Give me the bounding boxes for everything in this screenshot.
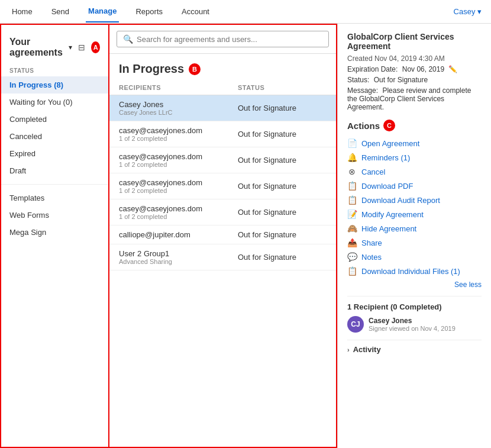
right-panel: GlobalCorp Client Services Agreement Cre…	[337, 24, 491, 448]
recipient-info: calliope@jupiter.dom	[119, 230, 238, 239]
table-row[interactable]: casey@caseyjones.dom 1 of 2 completed Ou…	[109, 121, 336, 147]
action-share-label: Share	[361, 238, 382, 247]
action-hide-agreement[interactable]: 🙈 Hide Agreement	[347, 221, 482, 236]
status-meta: Status: Out for Signature	[347, 76, 482, 84]
action-open-agreement[interactable]: 📄 Open Agreement	[347, 136, 482, 150]
recipient-name: calliope@jupiter.dom	[119, 230, 238, 239]
actions-header: Actions C	[347, 120, 482, 131]
in-progress-title: In Progress	[119, 62, 184, 76]
action-notes[interactable]: 💬 Notes	[347, 250, 482, 264]
nav-send[interactable]: Send	[49, 1, 72, 22]
sidebar-title: Your agreements	[9, 37, 65, 58]
recipient-info: Casey Jones Casey Jones LLrC	[119, 100, 238, 116]
activity-section: › Activity	[347, 340, 482, 354]
action-download-individual[interactable]: 📋 Download Individual Files (1)	[347, 264, 482, 278]
open-agreement-icon: 📄	[347, 138, 357, 148]
cancel-icon: ⊗	[347, 167, 357, 176]
action-share[interactable]: 📤 Share	[347, 236, 482, 250]
recipient-sub: 1 of 2 completed	[119, 213, 238, 220]
row-status: Out for Signature	[238, 130, 327, 138]
table-row[interactable]: casey@caseyjones.dom 1 of 2 completed Ou…	[109, 147, 336, 173]
action-download-individual-label: Download Individual Files (1)	[361, 267, 460, 276]
table-row[interactable]: casey@caseyjones.dom 1 of 2 completed Ou…	[109, 173, 336, 199]
agreement-title: GlobalCorp Client Services Agreement	[347, 32, 482, 51]
recipient-name: casey@caseyjones.dom	[119, 178, 238, 187]
expiration-value: Nov 06, 2019	[402, 65, 444, 73]
nav-manage[interactable]: Manage	[86, 1, 119, 22]
action-download-pdf-label: Download PDF	[361, 182, 413, 191]
badge-b: B	[189, 63, 201, 75]
recipient-name: casey@caseyjones.dom	[119, 126, 238, 135]
search-input[interactable]	[137, 35, 322, 44]
avatar: CJ	[347, 316, 364, 333]
action-download-audit[interactable]: 📋 Download Audit Report	[347, 193, 482, 207]
expiration-meta: Expiration Date: Nov 06, 2019 ✏️	[347, 65, 482, 73]
download-individual-icon: 📋	[347, 266, 357, 276]
sidebar: Your agreements ▾ ⊟ A STATUS In Progress…	[0, 24, 109, 448]
actions-title: Actions	[347, 121, 380, 131]
sidebar-item-expired[interactable]: Expired	[1, 145, 108, 162]
recipient-detail: Casey Jones Signer viewed on Nov 4, 2019	[369, 317, 456, 332]
search-bar[interactable]: 🔍	[117, 31, 329, 47]
recipient-count: 1 Recipient (0 Completed)	[347, 302, 482, 311]
recipient-info: casey@caseyjones.dom 1 of 2 completed	[119, 152, 238, 168]
recipient-name: Casey Jones	[369, 317, 456, 325]
recipient-date: Signer viewed on Nov 4, 2019	[369, 325, 456, 332]
sidebar-header: Your agreements ▾ ⊟ A	[1, 32, 108, 65]
sidebar-item-canceled[interactable]: Canceled	[1, 128, 108, 145]
action-reminders-label: Reminders (1)	[361, 153, 410, 162]
action-download-pdf[interactable]: 📋 Download PDF	[347, 179, 482, 193]
share-icon: 📤	[347, 238, 357, 247]
sidebar-item-waiting[interactable]: Waiting for You (0)	[1, 94, 108, 111]
action-cancel[interactable]: ⊗ Cancel	[347, 165, 482, 179]
recipient-name: casey@caseyjones.dom	[119, 204, 238, 213]
recipient-name: casey@caseyjones.dom	[119, 152, 238, 161]
nav-reports[interactable]: Reports	[133, 1, 165, 22]
center-panel: 🔍 In Progress B RECIPIENTS STATUS Casey …	[109, 24, 337, 448]
sidebar-item-web-forms[interactable]: Web Forms	[1, 207, 108, 224]
nav-links: Home Send Manage Reports Account	[9, 1, 212, 22]
row-status: Out for Signature	[238, 156, 327, 165]
action-hide-agreement-label: Hide Agreement	[361, 224, 416, 233]
action-notes-label: Notes	[361, 253, 382, 262]
nav-home[interactable]: Home	[9, 1, 35, 22]
sidebar-item-in-progress[interactable]: In Progress (8)	[1, 76, 108, 94]
reminders-icon: 🔔	[347, 153, 357, 162]
recipient-sub: Advanced Sharing	[119, 258, 238, 265]
action-reminders[interactable]: 🔔 Reminders (1)	[347, 150, 482, 165]
in-progress-header: In Progress B	[109, 54, 336, 82]
table-row[interactable]: casey@caseyjones.dom 1 of 2 completed Ou…	[109, 199, 336, 225]
sidebar-item-draft[interactable]: Draft	[1, 162, 108, 179]
row-status: Out for Signature	[238, 182, 327, 191]
recipient-info: casey@caseyjones.dom 1 of 2 completed	[119, 178, 238, 194]
hide-agreement-icon: 🙈	[347, 224, 357, 233]
recipient-sub: 1 of 2 completed	[119, 187, 238, 194]
action-download-audit-label: Download Audit Report	[361, 196, 440, 205]
expiration-label: Expiration Date:	[347, 65, 398, 73]
download-pdf-icon: 📋	[347, 181, 357, 191]
edit-icon[interactable]: ✏️	[448, 65, 457, 73]
table-row[interactable]: calliope@jupiter.dom Out for Signature	[109, 225, 336, 244]
action-modify-agreement[interactable]: 📝 Modify Agreement	[347, 207, 482, 221]
col-recipients-label: RECIPIENTS	[119, 84, 238, 91]
dropdown-icon[interactable]: ▾	[69, 43, 72, 51]
status-label: STATUS	[1, 65, 108, 76]
sidebar-item-templates[interactable]: Templates	[1, 189, 108, 207]
activity-header[interactable]: › Activity	[347, 345, 482, 354]
sidebar-divider	[1, 184, 108, 185]
nav-account[interactable]: Account	[179, 1, 212, 22]
sidebar-item-completed[interactable]: Completed	[1, 111, 108, 128]
table-row[interactable]: Casey Jones Casey Jones LLrC Out for Sig…	[109, 95, 336, 121]
filter-icon[interactable]: ⊟	[78, 43, 85, 52]
recipient-name: Casey Jones	[119, 100, 238, 109]
user-menu[interactable]: Casey ▾	[454, 7, 482, 16]
recipient-info: casey@caseyjones.dom 1 of 2 completed	[119, 204, 238, 220]
see-less-link[interactable]: See less	[347, 281, 482, 289]
action-modify-agreement-label: Modify Agreement	[361, 210, 424, 219]
row-status: Out for Signature	[238, 208, 327, 217]
table-row[interactable]: User 2 Group1 Advanced Sharing Out for S…	[109, 244, 336, 270]
recipient-row: CJ Casey Jones Signer viewed on Nov 4, 2…	[347, 316, 482, 333]
recipients-header: RECIPIENTS STATUS	[109, 82, 336, 95]
sidebar-item-mega-sign[interactable]: Mega Sign	[1, 224, 108, 241]
search-bar-row: 🔍	[109, 25, 336, 54]
